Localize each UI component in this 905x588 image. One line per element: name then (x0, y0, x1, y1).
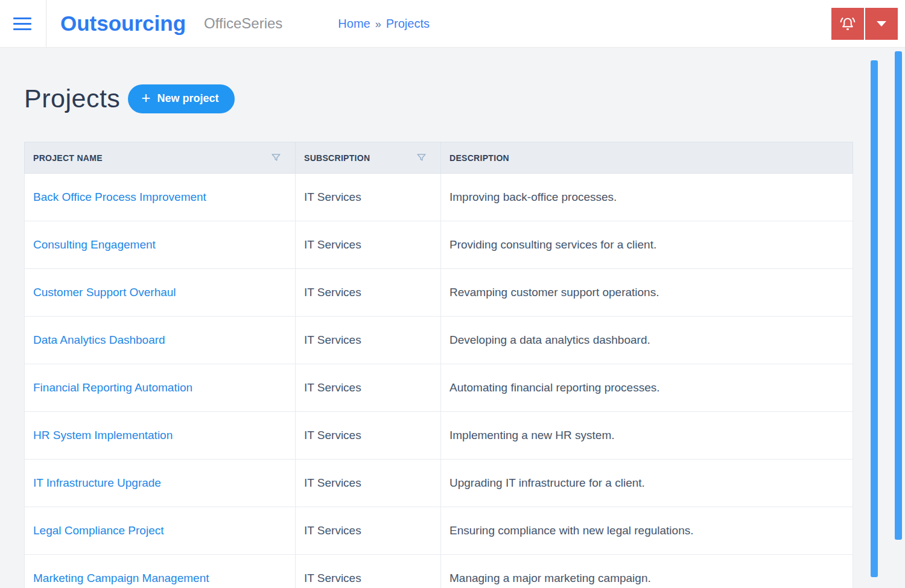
header-divider (46, 0, 46, 47)
bell-icon (839, 15, 857, 33)
filter-icon[interactable] (416, 152, 427, 163)
breadcrumb: Home » Projects (338, 17, 430, 31)
description-cell: Managing a major marketing campaign. (441, 555, 853, 588)
description-cell: Revamping customer support operations. (441, 269, 853, 317)
subscription-cell: IT Services (296, 269, 441, 317)
project-name-link[interactable]: Consulting Engagement (33, 238, 156, 251)
description-cell: Upgrading IT infrastructure for a client… (441, 460, 853, 507)
description-cell: Improving back-office processes. (441, 174, 853, 221)
subscription-cell: IT Services (296, 412, 441, 460)
brand-title[interactable]: Outsourcing (60, 11, 186, 36)
notifications-button[interactable] (831, 8, 864, 40)
new-project-button[interactable]: + New project (128, 84, 234, 113)
column-label: DESCRIPTION (449, 153, 509, 163)
menu-icon (13, 17, 31, 19)
description-cell: Ensuring compliance with new legal regul… (441, 507, 853, 555)
project-name-link[interactable]: Back Office Process Improvement (33, 191, 206, 203)
column-label: PROJECT NAME (33, 153, 103, 163)
table-row: Legal Compliance Project IT Services Ens… (25, 507, 853, 555)
description-cell: Implementing a new HR system. (441, 412, 853, 460)
projects-table: PROJECT NAME SUBSCRIPTION (24, 142, 853, 588)
description-cell: Automating financial reporting processes… (441, 364, 853, 412)
subscription-cell: IT Services (296, 555, 441, 588)
table-row: Financial Reporting Automation IT Servic… (25, 364, 853, 412)
description-cell: Providing consulting services for a clie… (441, 221, 853, 269)
new-project-label: New project (157, 92, 219, 105)
column-label: SUBSCRIPTION (304, 153, 370, 163)
project-name-link[interactable]: Financial Reporting Automation (33, 381, 192, 394)
project-name-link[interactable]: Data Analytics Dashboard (33, 334, 165, 346)
project-name-link[interactable]: Legal Compliance Project (33, 524, 164, 537)
breadcrumb-separator: » (375, 17, 381, 31)
table-row: Consulting Engagement IT Services Provid… (25, 221, 853, 269)
title-row: Projects + New project (24, 84, 905, 113)
main-content: Projects + New project PROJECT NAME (0, 84, 905, 588)
table-row: IT Infrastructure Upgrade IT Services Up… (25, 460, 853, 507)
breadcrumb-current-link[interactable]: Projects (386, 17, 430, 31)
filter-icon[interactable] (270, 152, 282, 163)
subscription-cell: IT Services (296, 221, 441, 269)
suite-name: OfficeSeries (204, 15, 282, 32)
project-name-link[interactable]: Marketing Campaign Management (33, 572, 209, 584)
table-header-row: PROJECT NAME SUBSCRIPTION (25, 142, 853, 174)
project-name-link[interactable]: Customer Support Overhaul (33, 286, 176, 299)
account-menu-button[interactable] (865, 8, 898, 40)
description-cell: Developing a data analytics dashboard. (441, 317, 853, 364)
subscription-cell: IT Services (296, 507, 441, 555)
table-row: HR System Implementation IT Services Imp… (25, 412, 853, 460)
inner-scrollbar-thumb[interactable] (871, 60, 878, 577)
header-actions (831, 8, 898, 40)
table-row: Data Analytics Dashboard IT Services Dev… (25, 317, 853, 364)
column-header-description: DESCRIPTION (441, 142, 853, 174)
column-header-project-name: PROJECT NAME (25, 142, 296, 174)
menu-button[interactable] (13, 16, 33, 31)
plus-icon: + (141, 90, 150, 107)
project-name-link[interactable]: HR System Implementation (33, 429, 173, 441)
table-row: Back Office Process Improvement IT Servi… (25, 174, 853, 221)
page-title: Projects (24, 84, 120, 113)
table-row: Customer Support Overhaul IT Services Re… (25, 269, 853, 317)
column-header-subscription: SUBSCRIPTION (296, 142, 441, 174)
subscription-cell: IT Services (296, 460, 441, 507)
subscription-cell: IT Services (296, 317, 441, 364)
caret-down-icon (877, 21, 886, 27)
subscription-cell: IT Services (296, 174, 441, 221)
breadcrumb-home-link[interactable]: Home (338, 17, 370, 31)
window-scrollbar-thumb[interactable] (895, 51, 902, 540)
project-name-link[interactable]: IT Infrastructure Upgrade (33, 476, 161, 489)
subscription-cell: IT Services (296, 364, 441, 412)
table-row: Marketing Campaign Management IT Service… (25, 555, 853, 588)
top-bar: Outsourcing OfficeSeries Home » Projects (0, 0, 905, 48)
